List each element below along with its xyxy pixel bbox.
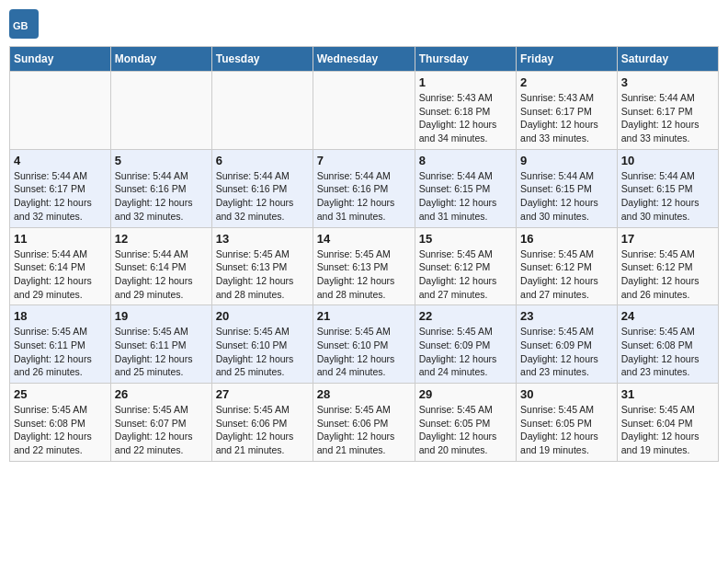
day-info: Sunrise: 5:43 AM Sunset: 6:18 PM Dayligh… bbox=[419, 91, 512, 145]
calendar-cell: 5Sunrise: 5:44 AM Sunset: 6:16 PM Daylig… bbox=[110, 149, 211, 227]
calendar-cell bbox=[313, 72, 415, 150]
calendar-cell: 19Sunrise: 5:45 AM Sunset: 6:11 PM Dayli… bbox=[110, 305, 211, 384]
day-number: 3 bbox=[621, 75, 714, 89]
calendar-cell: 31Sunrise: 5:45 AM Sunset: 6:04 PM Dayli… bbox=[617, 384, 718, 462]
logo-icon: GB bbox=[9, 9, 39, 39]
calendar-cell: 10Sunrise: 5:44 AM Sunset: 6:15 PM Dayli… bbox=[617, 149, 718, 227]
day-info: Sunrise: 5:45 AM Sunset: 6:13 PM Dayligh… bbox=[216, 247, 309, 302]
day-number: 2 bbox=[520, 75, 613, 89]
day-info: Sunrise: 5:44 AM Sunset: 6:14 PM Dayligh… bbox=[115, 247, 208, 302]
day-number: 29 bbox=[419, 387, 512, 401]
day-info: Sunrise: 5:45 AM Sunset: 6:04 PM Dayligh… bbox=[621, 403, 714, 457]
day-number: 27 bbox=[216, 387, 309, 401]
calendar-cell: 13Sunrise: 5:45 AM Sunset: 6:13 PM Dayli… bbox=[211, 227, 313, 305]
day-number: 26 bbox=[115, 387, 208, 401]
day-info: Sunrise: 5:45 AM Sunset: 6:05 PM Dayligh… bbox=[419, 403, 512, 457]
day-number: 6 bbox=[216, 154, 309, 167]
calendar-cell: 29Sunrise: 5:45 AM Sunset: 6:05 PM Dayli… bbox=[415, 384, 516, 462]
day-info: Sunrise: 5:44 AM Sunset: 6:16 PM Dayligh… bbox=[115, 169, 208, 224]
day-info: Sunrise: 5:44 AM Sunset: 6:15 PM Dayligh… bbox=[621, 169, 714, 224]
calendar-cell: 8Sunrise: 5:44 AM Sunset: 6:15 PM Daylig… bbox=[415, 149, 516, 227]
day-info: Sunrise: 5:45 AM Sunset: 6:12 PM Dayligh… bbox=[621, 247, 714, 302]
day-info: Sunrise: 5:45 AM Sunset: 6:12 PM Dayligh… bbox=[520, 247, 613, 302]
day-info: Sunrise: 5:44 AM Sunset: 6:14 PM Dayligh… bbox=[14, 247, 107, 302]
day-number: 19 bbox=[115, 309, 208, 323]
calendar-cell: 17Sunrise: 5:45 AM Sunset: 6:12 PM Dayli… bbox=[617, 227, 718, 305]
calendar-week-3: 11Sunrise: 5:44 AM Sunset: 6:14 PM Dayli… bbox=[10, 227, 719, 305]
svg-text:GB: GB bbox=[13, 20, 28, 31]
calendar-cell: 30Sunrise: 5:45 AM Sunset: 6:05 PM Dayli… bbox=[517, 384, 618, 462]
day-number: 22 bbox=[419, 309, 512, 323]
day-info: Sunrise: 5:45 AM Sunset: 6:06 PM Dayligh… bbox=[216, 403, 309, 457]
day-info: Sunrise: 5:45 AM Sunset: 6:06 PM Dayligh… bbox=[317, 403, 411, 457]
header-tuesday: Tuesday bbox=[211, 47, 313, 72]
calendar-cell: 28Sunrise: 5:45 AM Sunset: 6:06 PM Dayli… bbox=[313, 384, 415, 462]
day-info: Sunrise: 5:45 AM Sunset: 6:11 PM Dayligh… bbox=[115, 325, 208, 379]
day-number: 7 bbox=[317, 154, 411, 167]
calendar-cell: 7Sunrise: 5:44 AM Sunset: 6:16 PM Daylig… bbox=[313, 149, 415, 227]
logo: GB bbox=[9, 9, 42, 39]
calendar-cell: 4Sunrise: 5:44 AM Sunset: 6:17 PM Daylig… bbox=[10, 149, 111, 227]
calendar-cell: 1Sunrise: 5:43 AM Sunset: 6:18 PM Daylig… bbox=[415, 72, 516, 150]
calendar-week-4: 18Sunrise: 5:45 AM Sunset: 6:11 PM Dayli… bbox=[10, 305, 719, 384]
calendar-cell: 9Sunrise: 5:44 AM Sunset: 6:15 PM Daylig… bbox=[517, 149, 618, 227]
day-number: 11 bbox=[14, 232, 107, 246]
day-info: Sunrise: 5:44 AM Sunset: 6:16 PM Dayligh… bbox=[216, 169, 309, 224]
calendar-cell bbox=[10, 72, 111, 150]
calendar-cell: 27Sunrise: 5:45 AM Sunset: 6:06 PM Dayli… bbox=[211, 384, 313, 462]
day-info: Sunrise: 5:45 AM Sunset: 6:09 PM Dayligh… bbox=[419, 325, 512, 379]
day-number: 30 bbox=[520, 387, 613, 401]
day-number: 28 bbox=[317, 387, 411, 401]
header-thursday: Thursday bbox=[415, 47, 516, 72]
day-number: 20 bbox=[216, 309, 309, 323]
calendar-cell: 20Sunrise: 5:45 AM Sunset: 6:10 PM Dayli… bbox=[211, 305, 313, 384]
day-number: 10 bbox=[621, 154, 714, 167]
calendar-cell: 6Sunrise: 5:44 AM Sunset: 6:16 PM Daylig… bbox=[211, 149, 313, 227]
day-number: 14 bbox=[317, 232, 411, 246]
day-number: 31 bbox=[621, 387, 714, 401]
day-info: Sunrise: 5:45 AM Sunset: 6:12 PM Dayligh… bbox=[419, 247, 512, 302]
calendar-cell: 23Sunrise: 5:45 AM Sunset: 6:09 PM Dayli… bbox=[517, 305, 618, 384]
calendar-cell: 11Sunrise: 5:44 AM Sunset: 6:14 PM Dayli… bbox=[10, 227, 111, 305]
page-header: GB bbox=[9, 9, 719, 39]
day-info: Sunrise: 5:45 AM Sunset: 6:05 PM Dayligh… bbox=[520, 403, 613, 457]
header-monday: Monday bbox=[110, 47, 211, 72]
day-info: Sunrise: 5:45 AM Sunset: 6:07 PM Dayligh… bbox=[115, 403, 208, 457]
day-number: 25 bbox=[14, 387, 107, 401]
calendar-week-1: 1Sunrise: 5:43 AM Sunset: 6:18 PM Daylig… bbox=[10, 72, 719, 150]
day-info: Sunrise: 5:44 AM Sunset: 6:15 PM Dayligh… bbox=[520, 169, 613, 224]
day-number: 12 bbox=[115, 232, 208, 246]
day-info: Sunrise: 5:45 AM Sunset: 6:09 PM Dayligh… bbox=[520, 325, 613, 379]
day-number: 8 bbox=[419, 154, 512, 167]
day-info: Sunrise: 5:45 AM Sunset: 6:10 PM Dayligh… bbox=[317, 325, 411, 379]
header-sunday: Sunday bbox=[10, 47, 111, 72]
calendar-cell: 24Sunrise: 5:45 AM Sunset: 6:08 PM Dayli… bbox=[617, 305, 718, 384]
day-number: 18 bbox=[14, 309, 107, 323]
header-saturday: Saturday bbox=[617, 47, 718, 72]
day-number: 1 bbox=[419, 75, 512, 89]
day-info: Sunrise: 5:44 AM Sunset: 6:16 PM Dayligh… bbox=[317, 169, 411, 224]
calendar-cell: 12Sunrise: 5:44 AM Sunset: 6:14 PM Dayli… bbox=[110, 227, 211, 305]
day-number: 16 bbox=[520, 232, 613, 246]
calendar-cell: 21Sunrise: 5:45 AM Sunset: 6:10 PM Dayli… bbox=[313, 305, 415, 384]
day-number: 21 bbox=[317, 309, 411, 323]
day-number: 15 bbox=[419, 232, 512, 246]
header-row: SundayMondayTuesdayWednesdayThursdayFrid… bbox=[10, 47, 719, 72]
calendar-week-2: 4Sunrise: 5:44 AM Sunset: 6:17 PM Daylig… bbox=[10, 149, 719, 227]
calendar-table: SundayMondayTuesdayWednesdayThursdayFrid… bbox=[9, 46, 719, 462]
day-number: 5 bbox=[115, 154, 208, 167]
day-number: 23 bbox=[520, 309, 613, 323]
day-number: 13 bbox=[216, 232, 309, 246]
calendar-cell bbox=[110, 72, 211, 150]
day-info: Sunrise: 5:45 AM Sunset: 6:08 PM Dayligh… bbox=[14, 403, 107, 457]
day-info: Sunrise: 5:45 AM Sunset: 6:13 PM Dayligh… bbox=[317, 247, 411, 302]
header-friday: Friday bbox=[517, 47, 618, 72]
calendar-cell: 3Sunrise: 5:44 AM Sunset: 6:17 PM Daylig… bbox=[617, 72, 718, 150]
calendar-cell: 25Sunrise: 5:45 AM Sunset: 6:08 PM Dayli… bbox=[10, 384, 111, 462]
calendar-cell: 2Sunrise: 5:43 AM Sunset: 6:17 PM Daylig… bbox=[517, 72, 618, 150]
calendar-cell: 16Sunrise: 5:45 AM Sunset: 6:12 PM Dayli… bbox=[517, 227, 618, 305]
day-info: Sunrise: 5:45 AM Sunset: 6:08 PM Dayligh… bbox=[621, 325, 714, 379]
day-number: 4 bbox=[14, 154, 107, 167]
header-wednesday: Wednesday bbox=[313, 47, 415, 72]
day-number: 17 bbox=[621, 232, 714, 246]
